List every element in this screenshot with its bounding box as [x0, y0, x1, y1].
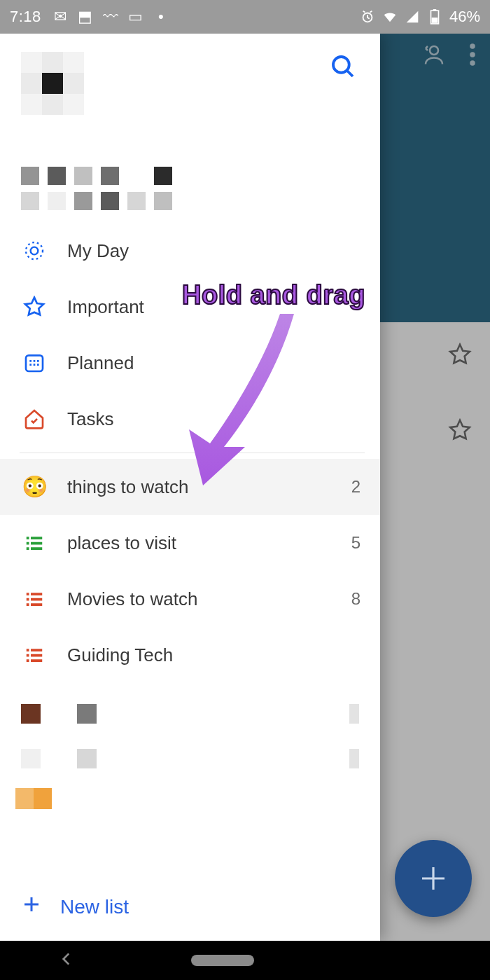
nav-label: Important [67, 296, 144, 318]
clock-time: 7:18 [10, 8, 41, 26]
svg-rect-28 [27, 659, 29, 662]
divider [20, 453, 365, 453]
user-avatar[interactable] [21, 52, 119, 150]
svg-point-9 [31, 247, 38, 255]
svg-rect-29 [31, 659, 42, 662]
svg-point-10 [26, 242, 43, 259]
svg-rect-17 [31, 547, 42, 550]
back-button[interactable] [57, 950, 76, 971]
battery-icon [427, 9, 442, 25]
list-red-icon [22, 643, 46, 667]
svg-rect-6 [433, 9, 436, 11]
sidebar-list-redacted[interactable] [0, 736, 380, 781]
nav-label: My Day [67, 240, 129, 262]
svg-rect-15 [31, 542, 42, 545]
wifi-icon [382, 9, 398, 25]
svg-rect-22 [27, 603, 29, 606]
svg-rect-25 [31, 649, 42, 651]
list-label: Guiding Tech [67, 644, 173, 666]
list-count: 2 [351, 477, 360, 497]
annotation-text: Hold and drag [182, 280, 365, 310]
svg-rect-23 [31, 603, 42, 606]
list-count: 5 [351, 533, 360, 553]
svg-rect-24 [27, 649, 29, 651]
svg-rect-14 [27, 542, 29, 545]
list-label: Movies to watch [67, 588, 197, 610]
plus-icon [21, 894, 42, 920]
status-bar: 7:18 ✉ ⬒ 〰 ▭ • 46% [0, 0, 490, 34]
battery-percent: 46% [449, 8, 480, 26]
user-email-redacted [21, 192, 365, 210]
calendar-icon [22, 351, 46, 375]
sidebar-item-my-day[interactable]: My Day [0, 223, 380, 279]
svg-rect-20 [27, 598, 29, 601]
sidebar-item-tasks[interactable]: Tasks [0, 391, 380, 447]
list-label: places to visit [67, 532, 176, 554]
svg-rect-18 [27, 593, 29, 595]
sidebar-drawer: My Day Important Planned Tasks 😳 things … [0, 34, 380, 941]
sidebar-list-things-to-watch[interactable]: 😳 things to watch 2 [0, 459, 380, 515]
svg-rect-11 [26, 355, 43, 371]
sidebar-list-guiding-tech[interactable]: Guiding Tech [0, 627, 380, 683]
svg-rect-12 [27, 537, 29, 539]
search-button[interactable] [328, 52, 358, 84]
dot-icon: • [153, 9, 169, 25]
android-nav-bar [0, 941, 490, 980]
inbox-icon: ⬒ [78, 9, 93, 25]
svg-rect-26 [27, 654, 29, 657]
list-count: 8 [351, 589, 360, 609]
star-icon [22, 295, 46, 319]
sun-icon [22, 239, 46, 263]
add-task-fab[interactable] [395, 840, 472, 917]
nav-label: Planned [67, 352, 134, 374]
emoji-flushed-icon: 😳 [22, 475, 46, 499]
list-red-icon [22, 587, 46, 611]
svg-rect-19 [31, 593, 42, 595]
sidebar-list-movies-to-watch[interactable]: Movies to watch 8 [0, 571, 380, 627]
svg-rect-16 [27, 547, 29, 550]
user-name-redacted [21, 167, 365, 185]
svg-rect-21 [31, 598, 42, 601]
new-list-button[interactable]: New list [0, 878, 380, 941]
card-icon: ▭ [128, 9, 144, 25]
list-label: things to watch [67, 476, 188, 498]
signal-icon [405, 9, 420, 25]
mail-icon: ✉ [52, 9, 68, 25]
home-check-icon [22, 407, 46, 431]
color-swatch-icon [15, 788, 34, 809]
alarm-icon [360, 9, 375, 25]
sidebar-list-redacted[interactable] [0, 691, 380, 736]
new-list-label: New list [60, 896, 129, 918]
nav-label: Tasks [67, 408, 113, 430]
mustache-icon: 〰 [103, 9, 118, 25]
svg-rect-27 [31, 654, 42, 657]
sidebar-item-planned[interactable]: Planned [0, 335, 380, 391]
svg-rect-13 [31, 537, 42, 539]
svg-rect-7 [432, 18, 438, 23]
home-pill[interactable] [191, 955, 254, 966]
sidebar-list-places-to-visit[interactable]: places to visit 5 [0, 515, 380, 571]
list-green-icon [22, 531, 46, 555]
